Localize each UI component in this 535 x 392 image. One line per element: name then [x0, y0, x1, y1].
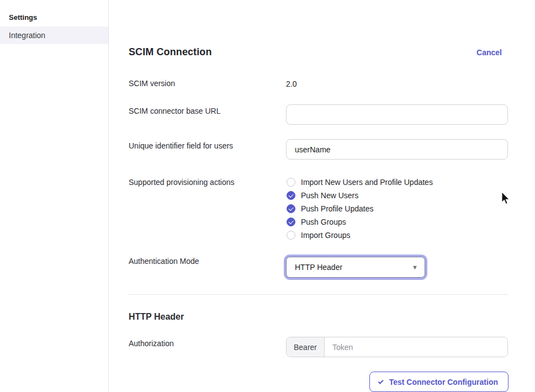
chevron-down-icon: ▼ [412, 264, 418, 271]
unique-identifier-input[interactable] [286, 139, 508, 160]
settings-sidebar: Settings Integration [0, 0, 109, 392]
test-button-label: Test Connector Configuration [389, 378, 498, 386]
scim-version-row: SCIM version 2.0 [129, 79, 508, 89]
checkbox-icon[interactable] [287, 218, 295, 226]
auth-mode-selected-value: HTTP Header [295, 263, 342, 272]
sidebar-title: Settings [0, 0, 108, 27]
page-header: SCIM Connection Cancel [129, 46, 508, 58]
base-url-label: SCIM connector base URL [129, 104, 286, 115]
footer-actions: Test Connector Configuration [129, 372, 508, 392]
checkbox-icon[interactable] [287, 191, 295, 200]
checkbox-icon[interactable] [287, 204, 295, 213]
provisioning-options: Import New Users and Profile Updates Pus… [286, 176, 508, 242]
provisioning-actions-label: Supported provisioning actions [129, 176, 286, 187]
checkbox-row-push-profile-updates[interactable]: Push Profile Updates [286, 202, 508, 215]
unique-identifier-row: Unique identifier field for users [129, 139, 508, 160]
authorization-label: Authorization [129, 337, 286, 348]
checkbox-label: Push New Users [301, 191, 358, 200]
checkbox-row-import-new-users[interactable]: Import New Users and Profile Updates [286, 176, 508, 189]
checkbox-row-import-groups[interactable]: Import Groups [286, 229, 508, 242]
bearer-prefix: Bearer [287, 337, 325, 357]
base-url-row: SCIM connector base URL [129, 104, 508, 125]
token-input[interactable] [325, 337, 507, 357]
checkbox-label: Push Profile Updates [301, 204, 374, 213]
authorization-row: Authorization Bearer [129, 337, 508, 357]
sidebar-item-integration[interactable]: Integration [0, 27, 108, 44]
base-url-input[interactable] [286, 104, 508, 125]
checkbox-row-push-new-users[interactable]: Push New Users [286, 189, 508, 202]
auth-mode-label: Authentication Mode [129, 255, 286, 266]
checkbox-label: Import New Users and Profile Updates [301, 178, 433, 187]
section-divider [129, 294, 508, 295]
auth-mode-row: Authentication Mode HTTP Header ▼ [129, 255, 508, 278]
checkbox-label: Import Groups [301, 231, 350, 240]
sidebar-item-label: Integration [9, 31, 45, 40]
provisioning-actions-row: Supported provisioning actions Import Ne… [129, 176, 508, 242]
test-connector-configuration-button[interactable]: Test Connector Configuration [369, 372, 508, 392]
check-icon [378, 379, 384, 384]
authorization-input-group: Bearer [286, 337, 508, 357]
page-title: SCIM Connection [129, 46, 212, 58]
scim-version-label: SCIM version [129, 79, 286, 88]
checkbox-label: Push Groups [301, 218, 346, 226]
auth-mode-select[interactable]: HTTP Header ▼ [286, 257, 425, 278]
checkbox-row-push-groups[interactable]: Push Groups [286, 215, 508, 229]
unique-identifier-label: Unique identifier field for users [129, 139, 286, 150]
checkbox-icon[interactable] [287, 231, 295, 240]
scim-version-value: 2.0 [286, 80, 296, 88]
http-header-section-title: HTTP Header [129, 312, 508, 322]
cancel-link[interactable]: Cancel [476, 48, 502, 57]
checkbox-icon[interactable] [287, 178, 295, 187]
main-panel: SCIM Connection Cancel SCIM version 2.0 … [109, 0, 535, 392]
